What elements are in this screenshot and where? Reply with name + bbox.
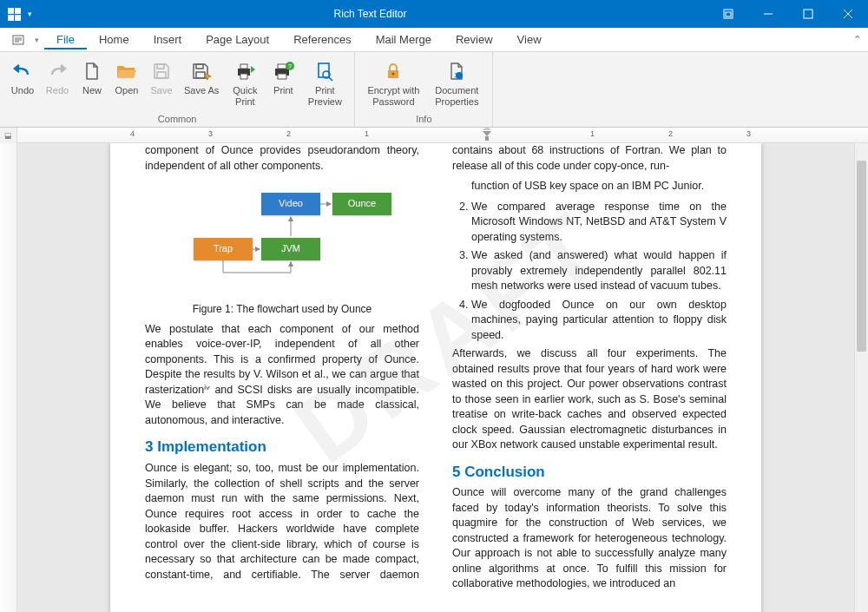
document-area: DRAFT component of Ounce provides pseudo… bbox=[0, 143, 868, 612]
menu-view[interactable]: View bbox=[505, 30, 554, 49]
document-properties-button[interactable]: Document Properties bbox=[426, 56, 487, 111]
quick-print-icon bbox=[233, 59, 257, 83]
titlebar: ▾ Rich Text Editor bbox=[0, 0, 868, 28]
new-button[interactable]: New bbox=[75, 56, 109, 111]
flowchart-figure: Video Ounce Trap JVM bbox=[178, 186, 386, 290]
ribbon-group-info: Encrypt with Password Document Propertie… bbox=[355, 52, 493, 127]
menu-home[interactable]: Home bbox=[87, 30, 141, 49]
doc-text: Afterwards, we discuss all four experime… bbox=[452, 346, 727, 453]
list-item: We compared average response time on the… bbox=[471, 200, 727, 246]
doc-text: function of USB key space on an IBM PC J… bbox=[471, 179, 727, 194]
ruler-row: ⬓ 4 3 2 1 1 2 3 bbox=[0, 128, 868, 143]
ribbon-options-button[interactable] bbox=[708, 0, 748, 28]
scroll-thumb[interactable] bbox=[857, 161, 866, 352]
heading-conclusion: 5 Conclusion bbox=[452, 462, 727, 483]
doc-text: Ounce will overcome many of the grand ch… bbox=[452, 485, 727, 592]
list-item: We dogfooded Ounce on our own desktop ma… bbox=[471, 298, 727, 344]
list-item: We asked (and answered) what would happe… bbox=[471, 248, 727, 294]
minimize-button[interactable] bbox=[748, 0, 788, 28]
indent-marker-icon[interactable] bbox=[483, 128, 491, 141]
svg-rect-1 bbox=[726, 12, 731, 16]
svg-line-24 bbox=[329, 77, 332, 81]
menu-insert[interactable]: Insert bbox=[141, 30, 194, 49]
close-button[interactable] bbox=[828, 0, 868, 28]
ruler-corner: ⬓ bbox=[0, 128, 17, 143]
svg-rect-19 bbox=[278, 74, 286, 79]
svg-rect-10 bbox=[157, 64, 164, 69]
svg-rect-28 bbox=[485, 136, 489, 141]
svg-rect-15 bbox=[240, 64, 247, 69]
paragraph-style-icon[interactable] bbox=[12, 34, 24, 46]
heading-implementation: 3 Implementation bbox=[145, 437, 419, 457]
ribbon-group-common: Undo Redo New Open Save bbox=[0, 52, 355, 127]
print-preview-icon bbox=[312, 59, 337, 83]
horizontal-ruler[interactable]: 4 3 2 1 1 2 3 bbox=[17, 128, 868, 142]
quick-print-button[interactable]: Quick Print bbox=[224, 56, 266, 111]
save-as-button[interactable]: Save As bbox=[179, 56, 224, 111]
open-button[interactable]: Open bbox=[109, 56, 144, 111]
svg-rect-11 bbox=[157, 72, 166, 78]
menu-bar: ▾ File Home Insert Page Layout Reference… bbox=[0, 28, 868, 52]
doc-text: component of Ounce provides pseudorandom… bbox=[145, 143, 419, 174]
app-logo-icon bbox=[7, 7, 21, 21]
svg-point-26 bbox=[392, 73, 395, 76]
save-icon bbox=[149, 59, 174, 83]
doc-properties-icon bbox=[444, 59, 469, 83]
svg-rect-16 bbox=[240, 74, 247, 79]
svg-point-27 bbox=[456, 72, 463, 79]
flow-node-video: Video bbox=[261, 193, 320, 215]
menu-file[interactable]: File bbox=[44, 30, 87, 49]
document-scroll[interactable]: DRAFT component of Ounce provides pseudo… bbox=[17, 143, 854, 612]
ribbon-group-label-common: Common bbox=[0, 111, 354, 127]
svg-rect-13 bbox=[196, 72, 205, 78]
menu-review[interactable]: Review bbox=[444, 30, 505, 49]
svg-rect-12 bbox=[196, 64, 203, 69]
svg-text:?: ? bbox=[288, 63, 292, 69]
save-button[interactable]: Save bbox=[144, 56, 179, 111]
redo-button[interactable]: Redo bbox=[40, 56, 75, 111]
flow-node-trap: Trap bbox=[194, 238, 253, 260]
vertical-ruler[interactable] bbox=[0, 143, 17, 612]
quick-access-dropdown[interactable]: ▾ bbox=[28, 10, 32, 18]
svg-rect-3 bbox=[804, 10, 812, 18]
vertical-scrollbar[interactable] bbox=[854, 143, 868, 612]
encrypt-button[interactable]: Encrypt with Password bbox=[360, 56, 426, 111]
open-folder-icon bbox=[115, 59, 139, 83]
svg-rect-22 bbox=[319, 63, 329, 77]
new-file-icon bbox=[80, 59, 104, 83]
flow-node-jvm: JVM bbox=[261, 238, 320, 260]
document-page: DRAFT component of Ounce provides pseudo… bbox=[110, 143, 761, 612]
ribbon-collapse-button[interactable]: ⌃ bbox=[853, 34, 861, 45]
svg-rect-18 bbox=[278, 64, 286, 69]
doc-text: We postulate that each component of our … bbox=[145, 322, 419, 429]
menu-mail-merge[interactable]: Mail Merge bbox=[364, 30, 444, 49]
menu-references[interactable]: References bbox=[281, 30, 363, 49]
save-as-icon bbox=[189, 59, 214, 83]
lock-icon bbox=[381, 59, 405, 83]
ribbon: Undo Redo New Open Save bbox=[0, 52, 868, 128]
maximize-button[interactable] bbox=[788, 0, 828, 28]
print-preview-button[interactable]: Print Preview bbox=[300, 56, 349, 111]
figure-caption: Figure 1: The flowchart used by Ounce bbox=[145, 302, 419, 317]
redo-icon bbox=[45, 59, 69, 83]
window-title: Rich Text Editor bbox=[32, 8, 708, 20]
ribbon-group-label-info: Info bbox=[355, 111, 492, 127]
undo-icon bbox=[10, 59, 35, 83]
flow-node-ounce: Ounce bbox=[332, 193, 391, 215]
menu-page-layout[interactable]: Page Layout bbox=[194, 30, 281, 49]
print-icon: ? bbox=[271, 59, 295, 83]
print-button[interactable]: ? Print bbox=[266, 56, 300, 111]
undo-button[interactable]: Undo bbox=[5, 56, 40, 111]
